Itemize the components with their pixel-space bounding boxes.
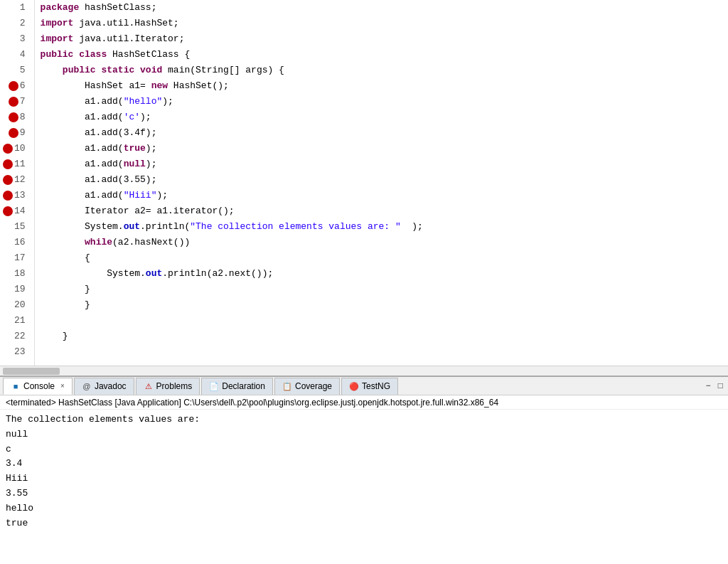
panel-controls: −□ bbox=[704, 381, 725, 391]
code-line-15[interactable]: System.out.println("The collection eleme… bbox=[41, 219, 728, 235]
breakpoint-icon[interactable] bbox=[3, 159, 13, 169]
problems-tab-label: Problems bbox=[156, 381, 193, 391]
code-line-11[interactable]: a1.add(null); bbox=[41, 156, 728, 172]
scrollbar-thumb[interactable] bbox=[3, 368, 60, 375]
code-lines[interactable]: package hashSetClass;import java.util.Ha… bbox=[35, 0, 728, 366]
console-output: The collection elements values are: null… bbox=[0, 410, 728, 564]
line-number-12: 12 bbox=[3, 172, 28, 188]
breakpoint-icon[interactable] bbox=[3, 191, 13, 201]
console-output-line: null bbox=[6, 427, 722, 442]
code-line-21[interactable] bbox=[41, 313, 728, 329]
line-number-7: 7 bbox=[3, 94, 28, 110]
tab-coverage[interactable]: 📋Coverage bbox=[274, 378, 340, 395]
console-header: <terminated> HashSetClass [Java Applicat… bbox=[0, 395, 728, 410]
line-number-14: 14 bbox=[3, 203, 28, 219]
line-number-6: 6 bbox=[3, 78, 28, 94]
code-line-23[interactable] bbox=[41, 344, 728, 360]
line-number-1: 1 bbox=[3, 0, 28, 16]
line-number-10: 10 bbox=[3, 141, 28, 156]
code-line-14[interactable]: Iterator a2= a1.iterator(); bbox=[41, 203, 728, 219]
code-line-9[interactable]: a1.add(3.4f); bbox=[41, 125, 728, 141]
breakpoint-icon[interactable] bbox=[3, 175, 13, 185]
line-numbers: 1234567891011121314151617181920212223 bbox=[0, 0, 35, 366]
code-line-18[interactable]: System.out.println(a2.next()); bbox=[41, 266, 728, 282]
breakpoint-icon[interactable] bbox=[9, 81, 18, 91]
console-tab-close[interactable]: × bbox=[60, 382, 65, 390]
console-output-line: c bbox=[6, 442, 722, 457]
code-line-5[interactable]: public static void main(String[] args) { bbox=[41, 63, 728, 78]
line-number-2: 2 bbox=[3, 16, 28, 31]
line-number-3: 3 bbox=[3, 31, 28, 47]
tab-problems[interactable]: ⚠Problems bbox=[136, 378, 200, 395]
code-line-12[interactable]: a1.add(3.55); bbox=[41, 172, 728, 188]
breakpoint-icon[interactable] bbox=[3, 144, 13, 154]
problems-tab-icon: ⚠ bbox=[144, 381, 154, 391]
line-number-22: 22 bbox=[3, 329, 28, 344]
console-output-line: 3.55 bbox=[6, 486, 722, 501]
code-line-20[interactable]: } bbox=[41, 297, 728, 313]
code-line-2[interactable]: import java.util.HashSet; bbox=[41, 16, 728, 31]
line-number-17: 17 bbox=[3, 250, 28, 266]
line-number-13: 13 bbox=[3, 188, 28, 203]
code-container: 1234567891011121314151617181920212223 pa… bbox=[0, 0, 728, 366]
line-number-9: 9 bbox=[3, 125, 28, 141]
code-line-13[interactable]: a1.add("Hiii"); bbox=[41, 188, 728, 203]
breakpoint-icon[interactable] bbox=[9, 128, 18, 138]
tabs-bar: ■Console×@Javadoc⚠Problems📄Declaration📋C… bbox=[0, 377, 728, 395]
javadoc-tab-icon: @ bbox=[82, 381, 92, 391]
console-tab-icon: ■ bbox=[11, 381, 21, 391]
breakpoint-icon[interactable] bbox=[9, 97, 18, 107]
declaration-tab-label: Declaration bbox=[222, 381, 265, 391]
code-line-7[interactable]: a1.add("hello"); bbox=[41, 94, 728, 110]
code-line-17[interactable]: { bbox=[41, 250, 728, 266]
console-output-line: Hiii bbox=[6, 472, 722, 486]
code-line-10[interactable]: a1.add(true); bbox=[41, 141, 728, 156]
code-editor: 1234567891011121314151617181920212223 pa… bbox=[0, 0, 728, 376]
line-number-16: 16 bbox=[3, 235, 28, 250]
line-number-20: 20 bbox=[3, 297, 28, 313]
code-line-3[interactable]: import java.util.Iterator; bbox=[41, 31, 728, 47]
coverage-tab-icon: 📋 bbox=[282, 381, 292, 391]
line-number-8: 8 bbox=[3, 110, 28, 125]
code-line-8[interactable]: a1.add('c'); bbox=[41, 110, 728, 125]
console-output-line: true bbox=[6, 516, 722, 531]
javadoc-tab-label: Javadoc bbox=[95, 381, 127, 391]
code-line-4[interactable]: public class HashSetClass { bbox=[41, 47, 728, 63]
line-number-21: 21 bbox=[3, 313, 28, 329]
line-number-19: 19 bbox=[3, 282, 28, 297]
console-output-line: hello bbox=[6, 501, 722, 516]
line-number-5: 5 bbox=[3, 63, 28, 78]
line-number-4: 4 bbox=[3, 47, 28, 63]
code-line-16[interactable]: while(a2.hasNext()) bbox=[41, 235, 728, 250]
code-line-1[interactable]: package hashSetClass; bbox=[41, 0, 728, 16]
tab-javadoc[interactable]: @Javadoc bbox=[74, 378, 134, 395]
console-output-line: The collection elements values are: bbox=[6, 413, 722, 427]
console-tab-label: Console bbox=[23, 381, 55, 391]
line-number-23: 23 bbox=[3, 344, 28, 360]
breakpoint-icon[interactable] bbox=[9, 112, 18, 122]
line-number-15: 15 bbox=[3, 219, 28, 235]
code-line-19[interactable]: } bbox=[41, 282, 728, 297]
tab-console[interactable]: ■Console× bbox=[3, 378, 73, 395]
line-number-18: 18 bbox=[3, 266, 28, 282]
console-output-line: 3.4 bbox=[6, 457, 722, 472]
maximize-button[interactable]: □ bbox=[716, 381, 725, 391]
minimize-button[interactable]: − bbox=[704, 381, 713, 391]
line-number-11: 11 bbox=[3, 156, 28, 172]
declaration-tab-icon: 📄 bbox=[209, 381, 219, 391]
editor-scrollbar[interactable] bbox=[0, 366, 728, 376]
tab-declaration[interactable]: 📄Declaration bbox=[201, 378, 273, 395]
testng-tab-icon: 🔴 bbox=[349, 381, 359, 391]
code-line-6[interactable]: HashSet a1= new HashSet(); bbox=[41, 78, 728, 94]
code-line-22[interactable]: } bbox=[41, 329, 728, 344]
tab-testng[interactable]: 🔴TestNG bbox=[341, 378, 398, 395]
bottom-panel: ■Console×@Javadoc⚠Problems📄Declaration📋C… bbox=[0, 376, 728, 564]
coverage-tab-label: Coverage bbox=[295, 381, 332, 391]
breakpoint-icon[interactable] bbox=[3, 206, 13, 216]
testng-tab-label: TestNG bbox=[362, 381, 390, 391]
